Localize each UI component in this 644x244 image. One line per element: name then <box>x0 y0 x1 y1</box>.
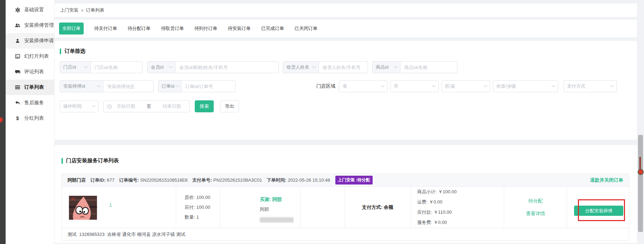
order-body-row: 1 原价: 100.00 应付: 100.00 数量: 1 买家: 阿部 阿部 … <box>62 187 629 228</box>
order-id-input[interactable] <box>181 80 236 92</box>
order-header-row: 阿部门店 订单ID: 677 订单编号: SN22052615108516E6 … <box>62 174 629 187</box>
store-id-input[interactable] <box>91 61 142 73</box>
tab-pending-pickup[interactable]: 待取货订单 <box>161 25 184 32</box>
sidebar-item-label: 安装师傅申请 <box>24 38 54 44</box>
order-time-value: 2022-05-26 15:10:48 <box>288 177 330 183</box>
chevron-down-icon <box>176 83 180 87</box>
tab-pending-payment[interactable]: 待支付订单 <box>94 25 117 32</box>
price-payable: 应付: 100.00 <box>185 204 220 211</box>
product-id-input[interactable] <box>400 61 457 73</box>
dollar-icon: $ <box>15 115 20 121</box>
order-id-select[interactable]: 订单id <box>158 80 181 92</box>
scrollbar-thumb[interactable] <box>638 135 643 232</box>
sidebar-item-label: 基础设置 <box>24 7 44 13</box>
tab-all-orders[interactable]: 全部订单 <box>59 23 84 35</box>
pay-no-label: 支付单号: <box>192 177 212 183</box>
filter-section-title: 订单筛选 <box>60 48 628 55</box>
tab-completed[interactable]: 已完成订单 <box>261 25 284 32</box>
member-id-select[interactable]: 会员id <box>147 61 175 73</box>
pay-no-value: PN2205261510BA3C01 <box>213 177 262 183</box>
price-original: 原价: 100.00 <box>185 194 220 201</box>
users-icon <box>15 23 20 28</box>
sidebar: 基础设置 安装师傅管理 安装师傅申请 幻灯片列表 评论列表 订单列表 售后服 <box>6 0 54 244</box>
search-button[interactable]: 搜索 <box>195 100 214 112</box>
installer-id-filter: 安装师傅id <box>60 80 154 92</box>
sidebar-item-label: 幻灯片列表 <box>24 53 49 60</box>
order-no-label: 订单编号: <box>119 177 139 183</box>
product-id-filter: 商品id <box>372 61 457 73</box>
clock-icon <box>107 104 112 109</box>
breadcrumb: 上门安装 > 订单列表 <box>54 4 637 17</box>
order-no-value: SN22052615108516E6 <box>140 177 188 183</box>
date-end-placeholder: 结束日期 <box>157 103 186 110</box>
street-select[interactable]: 街道/乡镇 <box>493 80 558 92</box>
empty-cell <box>301 187 345 228</box>
user-icon <box>15 38 20 44</box>
sidebar-item-after-sales[interactable]: 售后服务 <box>6 95 54 111</box>
chevron-down-icon <box>394 64 398 68</box>
amount-service-fee: 服务费: ￥0.00 <box>417 219 504 226</box>
order-list-section-title: 门店安装服务订单列表 <box>62 157 629 164</box>
chevron-down-icon <box>432 83 436 87</box>
payment-method-value: 支付方式: 余额 <box>362 204 393 211</box>
city-select[interactable]: 市 <box>390 80 439 92</box>
amount-payable: 应付款: ￥110.00 <box>417 209 504 215</box>
sidebar-item-slideshow-list[interactable]: 幻灯片列表 <box>6 49 54 64</box>
order-filter-panel: 订单筛选 门店id 会员id 收货人姓名 商品id 安装师傅id 订单id 门店… <box>54 41 637 140</box>
receiver-name-input[interactable] <box>319 61 368 73</box>
assign-installer-button[interactable]: 分配安装师傅 <box>574 206 623 216</box>
export-button[interactable]: 导出 <box>220 100 239 112</box>
store-id-filter: 门店id <box>60 61 142 73</box>
sidebar-item-dividend-list[interactable]: $ 分红列表 <box>6 111 54 126</box>
status-pending-assignment-link[interactable]: 待分配 <box>528 198 543 204</box>
refund-close-order-link[interactable]: 退款并关闭订单 <box>590 177 624 183</box>
image-icon <box>15 54 20 59</box>
amount-subtotal: 商品小计: ￥100.00 <box>417 189 504 195</box>
product-image[interactable] <box>69 196 97 220</box>
order-id-value: 677 <box>107 177 115 183</box>
installer-id-input[interactable] <box>103 80 154 92</box>
date-range-to: 至 <box>147 103 151 110</box>
order-table: 阿部门店 订单ID: 677 订单编号: SN22052615108516E6 … <box>62 174 629 241</box>
province-select[interactable]: 省 <box>339 80 387 92</box>
district-select[interactable]: 区/县 <box>442 80 490 92</box>
sidebar-item-comment-list[interactable]: 评论列表 <box>6 64 54 80</box>
date-range-picker[interactable]: 开始日期 至 结束日期 <box>103 100 190 112</box>
product-id-select[interactable]: 商品id <box>372 61 400 73</box>
order-time-label: 下单时间: <box>267 177 286 183</box>
sidebar-item-installer-application[interactable]: 安装师傅申请 <box>6 33 54 49</box>
buyer-phone-redacted <box>260 217 294 223</box>
action-cell: 分配安装师傅 <box>567 187 629 228</box>
tab-pending-installation[interactable]: 待安装订单 <box>228 25 251 32</box>
sidebar-item-order-list[interactable]: 订单列表 <box>6 80 54 95</box>
tab-pending-assignment[interactable]: 待分配订单 <box>128 25 150 32</box>
gear-icon <box>15 7 20 13</box>
member-id-input[interactable] <box>175 61 279 73</box>
sidebar-item-installer-management[interactable]: 安装师傅管理 <box>6 18 54 33</box>
buyer-label: 买家: 阿部 <box>260 196 300 203</box>
chevron-down-icon <box>313 64 316 68</box>
view-details-link[interactable]: 查看详情 <box>526 211 545 217</box>
tab-closed[interactable]: 已关闭订单 <box>295 25 317 32</box>
payment-method-select[interactable]: 支付方式 <box>564 80 617 92</box>
operation-time-select[interactable]: 操作时间 <box>60 100 98 112</box>
order-id-label: 订单ID: <box>90 177 105 183</box>
sidebar-item-basic-settings[interactable]: 基础设置 <box>6 2 54 18</box>
receiver-name-select[interactable]: 收货人姓名 <box>283 61 319 73</box>
chevron-down-icon <box>84 64 88 68</box>
payment-method-cell: 支付方式: 余额 <box>345 187 411 228</box>
order-id-filter: 订单id <box>158 80 236 92</box>
store-name: 阿部门店 <box>67 177 86 183</box>
installer-id-select[interactable]: 安装师傅id <box>60 80 103 92</box>
sidebar-item-label: 订单列表 <box>24 84 44 90</box>
amounts-cell: 商品小计: ￥100.00 运费: ￥0.00 应付款: ￥110.00 服务费… <box>411 187 504 228</box>
chevron-down-icon <box>611 83 614 87</box>
chevron-down-icon <box>552 83 555 87</box>
title-accent-bar <box>62 158 63 164</box>
chevron-down-icon <box>484 83 487 87</box>
breadcrumb-parent[interactable]: 上门安装 <box>60 7 78 13</box>
chevron-down-icon <box>381 83 385 87</box>
store-id-select[interactable]: 门店id <box>60 61 91 73</box>
tab-pending-cod[interactable]: 待到付订单 <box>194 25 217 32</box>
price-quantity: 数量: 1 <box>185 214 220 220</box>
